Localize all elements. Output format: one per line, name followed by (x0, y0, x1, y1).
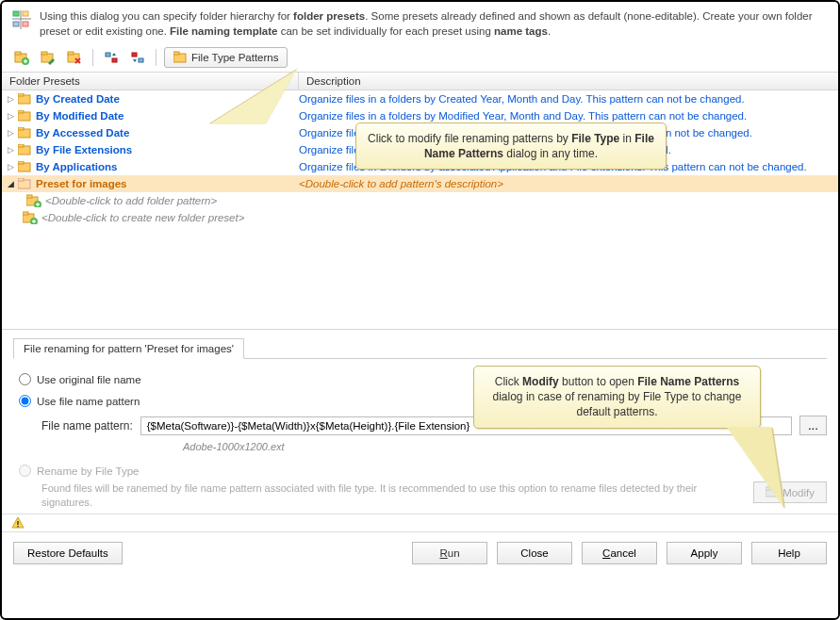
folder-open-icon (17, 176, 32, 191)
svg-rect-22 (18, 110, 24, 113)
svg-rect-7 (15, 52, 21, 55)
radio-input[interactable] (19, 395, 31, 407)
callout-modify: Click Modify button to open File Name Pa… (473, 366, 761, 429)
expand-icon[interactable]: ▷ (2, 162, 13, 171)
folder-icon (173, 51, 187, 64)
svg-rect-12 (68, 52, 74, 55)
svg-rect-26 (18, 144, 24, 147)
new-preset-row[interactable]: ▷<Double-click to create new folder pres… (2, 209, 838, 226)
grid-header: Folder Presets Description (2, 72, 838, 90)
radio-label: Use file name pattern (37, 396, 140, 407)
preset-add-icon (23, 210, 38, 225)
preset-desc: Organize files in a folders by Modified … (299, 110, 756, 122)
edit-preset-icon[interactable] (38, 47, 58, 68)
run-button[interactable]: Run (412, 542, 487, 564)
svg-rect-39 (17, 521, 18, 525)
cancel-button[interactable]: Cancel (582, 542, 657, 564)
move-down-icon[interactable] (127, 47, 148, 68)
radio-label: Rename by File Type (37, 465, 139, 477)
svg-rect-28 (18, 161, 24, 164)
svg-rect-18 (173, 52, 179, 55)
table-row[interactable]: ▷By Created DateOrganize files in a fold… (2, 90, 838, 107)
button-bar: Restore Defaults Run Close Cancel Apply … (2, 532, 838, 574)
svg-rect-13 (106, 53, 110, 57)
expand-icon[interactable]: ▷ (2, 128, 13, 138)
radio-rename-by-type[interactable]: Rename by File Type (13, 460, 827, 481)
pattern-label: File name pattern: (41, 419, 133, 432)
folder-icon (17, 108, 32, 123)
table-row-selected[interactable]: ◢Preset for images<Double-click to add p… (2, 175, 838, 192)
warning-bar (2, 514, 838, 532)
col-folder-presets[interactable]: Folder Presets (2, 73, 299, 90)
hint-text: Found files will be ranemed by file name… (41, 481, 746, 510)
preset-label[interactable]: By File Extensions (36, 144, 132, 155)
delete-preset-icon[interactable] (64, 47, 85, 68)
folder-icon (17, 142, 32, 157)
restore-defaults-button[interactable]: Restore Defaults (13, 542, 123, 564)
header-text: Using this dialog you can specify folder… (40, 9, 829, 39)
preset-label[interactable]: Preset for images (36, 178, 127, 189)
radio-label: Use original file name (37, 374, 141, 385)
preset-desc-placeholder[interactable]: <Double-click to add pattern's descripti… (299, 178, 503, 189)
expand-icon[interactable]: ▷ (2, 145, 13, 155)
folder-add-icon (26, 193, 41, 208)
callout-file-type: Click to modify file renaming patterns b… (355, 122, 667, 170)
file-type-patterns-button[interactable]: File Type Patterns (164, 47, 288, 68)
expand-icon[interactable]: ▷ (2, 111, 13, 121)
svg-rect-20 (18, 93, 24, 96)
expand-icon[interactable]: ▷ (2, 94, 13, 104)
svg-rect-32 (26, 195, 32, 198)
folder-icon (17, 159, 32, 174)
hint-row: Found files will be ranemed by file name… (13, 481, 827, 510)
svg-rect-0 (13, 11, 19, 16)
help-button[interactable]: Help (751, 542, 827, 564)
add-folder-pattern-row[interactable]: <Double-click to add folder pattern> (2, 192, 838, 209)
svg-rect-1 (23, 11, 28, 16)
collapse-icon[interactable]: ◢ (2, 179, 13, 188)
header-info: Using this dialog you can specify folder… (2, 2, 838, 44)
folder-icon (17, 91, 32, 106)
svg-rect-3 (23, 22, 28, 26)
svg-rect-16 (139, 58, 143, 62)
svg-rect-35 (23, 212, 28, 215)
svg-rect-2 (13, 22, 19, 26)
svg-rect-10 (41, 52, 47, 55)
placeholder-text[interactable]: <Double-click to add folder pattern> (45, 195, 217, 206)
preset-label[interactable]: By Applications (36, 161, 117, 172)
svg-rect-24 (18, 127, 24, 130)
svg-rect-14 (112, 58, 117, 62)
section-title: File renaming for pattern 'Preset for im… (13, 338, 244, 359)
file-type-patterns-label: File Type Patterns (191, 52, 278, 63)
folder-icon (17, 125, 32, 140)
col-description[interactable]: Description (299, 73, 838, 90)
placeholder-text[interactable]: <Double-click to create new folder prese… (41, 212, 244, 223)
preset-label[interactable]: By Created Date (36, 93, 120, 105)
toolbar: File Type Patterns (2, 44, 838, 72)
svg-rect-15 (132, 53, 137, 57)
preset-label[interactable]: By Modified Date (36, 110, 124, 122)
separator (156, 49, 156, 66)
separator (92, 49, 93, 66)
preset-desc: Organize files in a folders by Created Y… (299, 93, 754, 105)
browse-button[interactable]: ... (799, 416, 827, 435)
svg-rect-40 (17, 526, 18, 527)
move-up-icon[interactable] (101, 47, 122, 68)
svg-rect-30 (18, 178, 24, 181)
radio-input[interactable] (19, 373, 31, 385)
pattern-example: Adobe-1000x1200.ext (13, 439, 827, 460)
close-button[interactable]: Close (497, 542, 572, 564)
apply-button[interactable]: Apply (667, 542, 742, 564)
radio-input (19, 465, 31, 477)
preset-label[interactable]: By Accessed Date (36, 127, 129, 139)
warning-icon (11, 516, 25, 530)
hierarchy-icon (11, 9, 32, 30)
add-preset-icon[interactable] (11, 47, 32, 68)
